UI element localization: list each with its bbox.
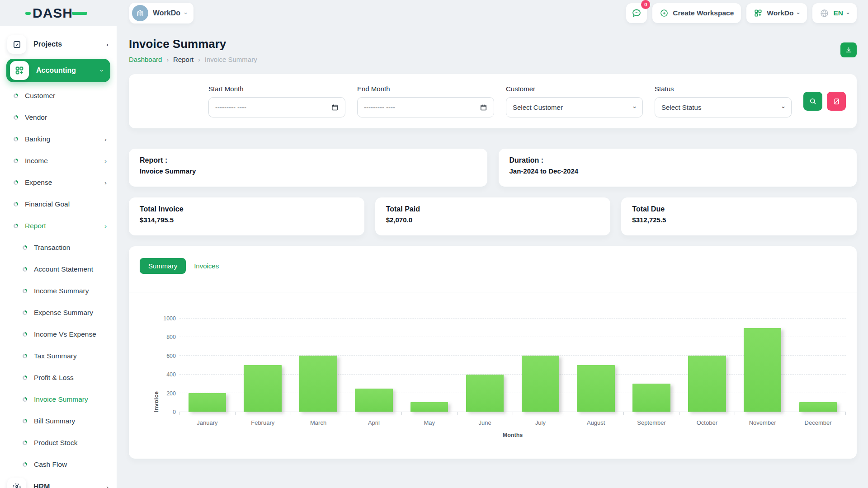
total-value: $2,070.0 [386, 216, 600, 224]
sidebar-item-expense[interactable]: Expense› [0, 172, 117, 193]
total-card-total-due: Total Due$312,725.5 [621, 197, 857, 235]
page-title: Invoice Summary [129, 37, 257, 51]
download-button[interactable] [840, 42, 857, 57]
workspace-selector[interactable]: WorkDo › [129, 3, 193, 23]
chart-bar-january[interactable] [189, 393, 226, 412]
calendar-icon[interactable] [331, 103, 339, 111]
chart-bar-september[interactable] [632, 384, 670, 412]
sidebar-item-banking[interactable]: Banking› [0, 128, 117, 150]
breadcrumb-dashboard[interactable]: Dashboard [129, 56, 162, 63]
breadcrumb-report[interactable]: Report [173, 56, 193, 63]
sidebar-item-hrm[interactable]: HRM› [0, 475, 117, 488]
bar-slot [624, 319, 679, 412]
summary-chart-card: SummaryInvoices Invoice 0200400600800100… [129, 246, 857, 459]
customer-select[interactable]: Select Customer › [506, 97, 643, 117]
sidebar-item-income-summary[interactable]: Income Summary [0, 280, 117, 302]
x-axis-label: April [346, 419, 401, 426]
breadcrumb-current: Invoice Summary [205, 56, 257, 63]
sidebar-item-report[interactable]: Report› [0, 215, 117, 237]
start-month-label: Start Month [208, 85, 345, 93]
sidebar-item-profit-loss[interactable]: Profit & Loss [0, 367, 117, 389]
sidebar-item-accounting[interactable]: Accounting› [6, 59, 110, 82]
sidebar-item-product-stock[interactable]: Product Stock [0, 432, 117, 454]
y-axis-tick-label: 400 [166, 371, 176, 378]
sidebar-item-account-statement[interactable]: Account Statement [0, 258, 117, 280]
messages-button[interactable]: 0 [626, 3, 647, 23]
x-axis-label: September [624, 419, 679, 426]
sidebar-item-label: Vendor [25, 113, 107, 122]
chart-bar-april[interactable] [355, 389, 393, 412]
calendar-icon[interactable] [480, 103, 487, 111]
duration-value: Jan-2024 to Dec-2024 [509, 167, 846, 175]
chart-bar-december[interactable] [799, 402, 837, 412]
bullet-icon [23, 462, 27, 467]
bar-slot [179, 319, 235, 412]
bar-slot [401, 319, 457, 412]
divider [129, 292, 857, 292]
apply-filter-button[interactable] [803, 92, 822, 111]
tab-summary[interactable]: Summary [140, 258, 186, 274]
dash-logo[interactable]: DASH [25, 6, 87, 20]
chat-icon [631, 8, 642, 19]
sidebar-item-invoice-summary[interactable]: Invoice Summary [0, 389, 117, 410]
sidebar-item-income-vs-expense[interactable]: Income Vs Expense [0, 324, 117, 345]
sidebar-item-transaction[interactable]: Transaction [0, 237, 117, 258]
sidebar-item-customer[interactable]: Customer [0, 85, 117, 107]
sidebar-item-financial-goal[interactable]: Financial Goal [0, 193, 117, 215]
x-tick [790, 412, 846, 415]
reset-filter-button[interactable] [827, 92, 846, 111]
chevron-right-icon: › [106, 484, 108, 488]
sidebar-item-label: Accounting [36, 66, 101, 75]
workdo-menu-button[interactable]: WorkDo › [746, 3, 807, 23]
chart-bar-march[interactable] [299, 356, 337, 412]
end-month-input[interactable]: --------- ---- [357, 97, 494, 117]
start-month-input[interactable]: --------- ---- [208, 97, 345, 117]
sidebar-item-tax-summary[interactable]: Tax Summary [0, 345, 117, 367]
grid-plus-icon [10, 61, 29, 80]
chart-bar-june[interactable] [466, 375, 504, 412]
chart-bar-october[interactable] [688, 356, 726, 412]
sidebar-item-bill-summary[interactable]: Bill Summary [0, 410, 117, 432]
bullet-icon [23, 354, 27, 358]
chevron-down-icon: › [781, 106, 787, 108]
report-value: Invoice Summary [140, 167, 476, 175]
chart-bar-may[interactable] [410, 402, 448, 412]
x-tick [401, 412, 457, 415]
chart-bar-november[interactable] [744, 328, 782, 412]
x-axis-labels: JanuaryFebruaryMarchAprilMayJuneJulyAugu… [179, 419, 846, 426]
download-icon [845, 46, 853, 54]
x-axis-label: February [235, 419, 291, 426]
chart-bar-february[interactable] [244, 365, 282, 412]
sidebar-item-income[interactable]: Income› [0, 150, 117, 172]
x-tick [346, 412, 401, 415]
chart-bar-july[interactable] [522, 356, 560, 412]
chart-bar-august[interactable] [577, 365, 615, 412]
tab-invoices[interactable]: Invoices [194, 262, 219, 270]
sidebar: Projects›Accounting›CustomerVendorBankin… [0, 26, 117, 488]
chevron-right-icon: › [166, 56, 169, 63]
chevron-right-icon: › [104, 223, 107, 229]
sidebar-item-label: Income Vs Expense [34, 330, 107, 338]
total-value: $314,795.5 [140, 216, 354, 224]
bullet-icon [23, 397, 27, 402]
start-month-placeholder: --------- ---- [215, 103, 331, 111]
chevron-down-icon: › [845, 12, 852, 14]
report-card: Report : Invoice Summary [129, 149, 487, 187]
language-selector[interactable]: EN › [812, 3, 857, 23]
bars-layer [179, 319, 846, 412]
x-tick [291, 412, 346, 415]
bullet-icon [23, 267, 27, 272]
messages-badge: 0 [641, 0, 650, 9]
status-select[interactable]: Select Status › [655, 97, 792, 117]
y-axis-title: Invoice [153, 319, 160, 412]
total-card-total-invoice: Total Invoice$314,795.5 [129, 197, 364, 235]
bar-slot [735, 319, 790, 412]
sidebar-item-projects[interactable]: Projects› [0, 33, 117, 56]
sidebar-item-label: HRM [33, 483, 106, 488]
sidebar-item-cash-flow[interactable]: Cash Flow [0, 454, 117, 475]
create-workspace-label: Create Workspace [673, 9, 734, 17]
sidebar-item-label: Account Statement [34, 265, 107, 273]
sidebar-item-expense-summary[interactable]: Expense Summary [0, 302, 117, 324]
create-workspace-button[interactable]: Create Workspace [652, 3, 741, 23]
sidebar-item-vendor[interactable]: Vendor [0, 107, 117, 128]
